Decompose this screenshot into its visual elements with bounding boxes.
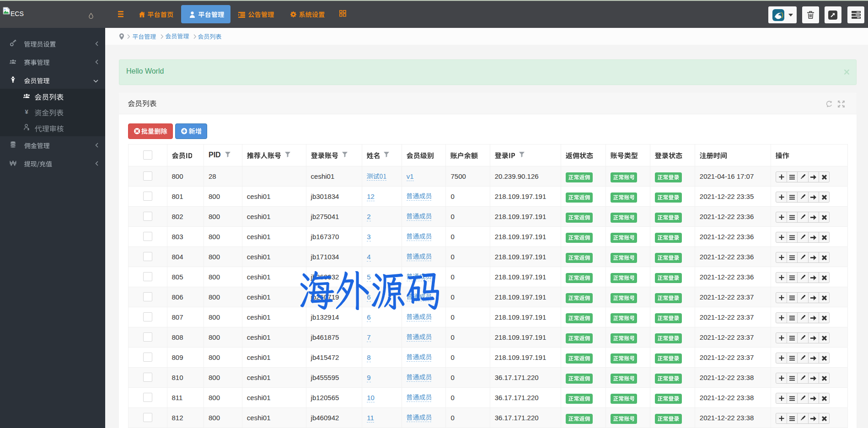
svg-text:¥: ¥ [25, 108, 28, 115]
